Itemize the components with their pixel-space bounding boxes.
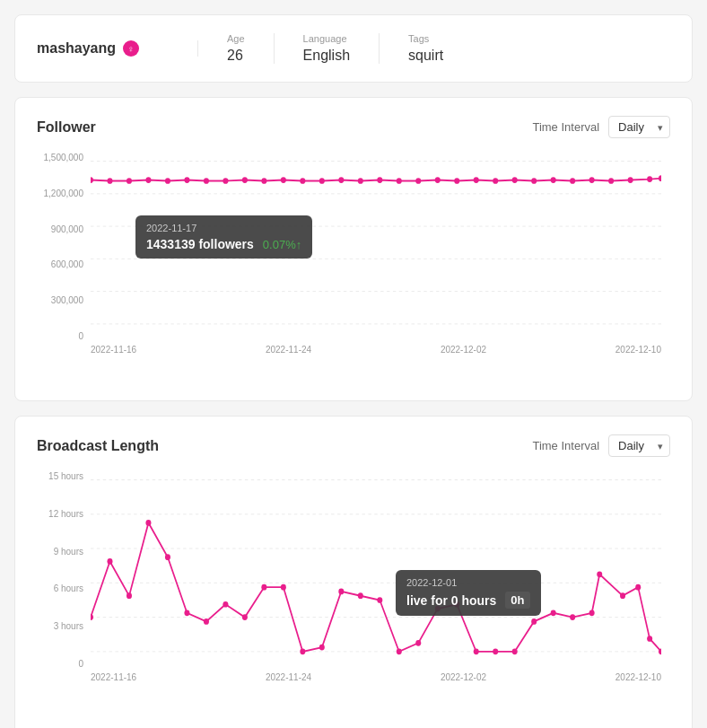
svg-point-35 bbox=[647, 176, 652, 182]
svg-point-14 bbox=[242, 177, 248, 183]
svg-point-34 bbox=[628, 177, 633, 183]
svg-point-27 bbox=[493, 178, 498, 184]
follower-dropdown-wrapper[interactable]: Daily bbox=[608, 116, 670, 138]
svg-point-52 bbox=[261, 584, 266, 591]
follower-chart-card: Follower Time Interval Daily .grid-line … bbox=[14, 97, 693, 401]
broadcast-chart-container: .bc-line { fill: none; stroke: #e91e8c; … bbox=[37, 471, 670, 723]
svg-point-7 bbox=[107, 178, 112, 184]
svg-point-22 bbox=[397, 178, 402, 184]
svg-point-30 bbox=[551, 177, 556, 183]
svg-point-6 bbox=[91, 177, 93, 183]
svg-point-55 bbox=[319, 645, 325, 651]
y-label-0: 0 bbox=[78, 331, 83, 341]
svg-point-19 bbox=[338, 177, 344, 183]
svg-point-58 bbox=[377, 597, 382, 603]
svg-point-32 bbox=[589, 177, 595, 183]
svg-point-43 bbox=[91, 614, 93, 620]
follower-time-interval-label: Time Interval bbox=[532, 120, 599, 134]
age-label: Age bbox=[227, 33, 245, 44]
age-value: 26 bbox=[227, 48, 245, 64]
svg-point-73 bbox=[647, 636, 652, 642]
svg-point-67 bbox=[551, 610, 556, 616]
svg-point-21 bbox=[377, 177, 382, 183]
svg-point-68 bbox=[570, 614, 575, 620]
follower-time-interval-dropdown[interactable]: Daily bbox=[608, 116, 670, 138]
svg-point-10 bbox=[165, 178, 170, 184]
svg-point-16 bbox=[281, 177, 286, 183]
follower-section-header: Follower Time Interval Daily bbox=[37, 116, 670, 138]
svg-point-69 bbox=[589, 610, 595, 616]
svg-point-24 bbox=[435, 177, 441, 183]
language-value: English bbox=[303, 48, 350, 64]
broadcast-time-interval-dropdown[interactable]: Daily bbox=[608, 434, 670, 457]
svg-point-8 bbox=[127, 178, 132, 184]
y-label-300: 300,000 bbox=[51, 295, 83, 305]
svg-point-45 bbox=[127, 592, 132, 599]
x-label-1124: 2022-11-24 bbox=[266, 345, 311, 355]
svg-point-50 bbox=[223, 601, 228, 608]
follower-chart-title: Follower bbox=[37, 119, 96, 136]
svg-point-20 bbox=[358, 178, 363, 184]
svg-point-51 bbox=[242, 614, 248, 620]
verified-icon: ♀ bbox=[123, 40, 139, 57]
svg-point-66 bbox=[531, 618, 537, 625]
profile-username: mashayang bbox=[37, 40, 116, 57]
y-label-600: 600,000 bbox=[51, 259, 83, 269]
svg-point-72 bbox=[635, 584, 641, 591]
y-label-1200: 1,200,000 bbox=[44, 189, 84, 198]
svg-point-28 bbox=[512, 177, 518, 183]
svg-point-56 bbox=[338, 589, 344, 595]
svg-point-11 bbox=[184, 177, 189, 183]
follower-time-interval-control: Time Interval Daily bbox=[532, 116, 670, 138]
svg-point-71 bbox=[620, 592, 625, 599]
svg-point-64 bbox=[493, 649, 498, 655]
svg-point-15 bbox=[261, 178, 266, 184]
svg-point-31 bbox=[570, 178, 575, 184]
broadcast-section-header: Broadcast Length Time Interval Daily bbox=[37, 434, 670, 457]
svg-point-49 bbox=[204, 618, 209, 625]
broadcast-dropdown-wrapper[interactable]: Daily bbox=[608, 434, 670, 457]
svg-point-23 bbox=[415, 178, 421, 184]
bc-y-label-6h: 6 hours bbox=[54, 583, 83, 593]
svg-point-48 bbox=[184, 610, 189, 616]
y-label-1500: 1,500,000 bbox=[44, 153, 84, 162]
svg-point-26 bbox=[474, 177, 479, 183]
broadcast-time-interval-control: Time Interval Daily bbox=[532, 434, 670, 457]
bc-x-label-1116: 2022-11-16 bbox=[91, 672, 136, 682]
svg-point-9 bbox=[145, 177, 151, 183]
svg-point-47 bbox=[165, 554, 170, 560]
svg-point-25 bbox=[454, 178, 459, 184]
svg-point-57 bbox=[358, 592, 363, 599]
profile-language-stat: Language English bbox=[275, 33, 380, 64]
broadcast-chart-card: Broadcast Length Time Interval Daily .bc… bbox=[14, 416, 693, 728]
svg-point-33 bbox=[608, 178, 614, 184]
svg-point-17 bbox=[300, 178, 305, 184]
broadcast-chart-title: Broadcast Length bbox=[37, 438, 159, 454]
bc-y-label-0: 0 bbox=[78, 659, 83, 669]
svg-point-62 bbox=[454, 601, 459, 608]
svg-point-36 bbox=[659, 175, 661, 181]
svg-point-70 bbox=[597, 571, 602, 577]
svg-point-61 bbox=[435, 606, 441, 612]
bc-y-label-9h: 9 hours bbox=[54, 547, 83, 557]
bc-y-label-3h: 3 hours bbox=[54, 621, 83, 631]
tags-label: Tags bbox=[408, 33, 443, 44]
svg-point-44 bbox=[107, 558, 112, 565]
svg-point-60 bbox=[415, 640, 421, 646]
svg-point-12 bbox=[204, 178, 209, 184]
profile-age-stat: Age 26 bbox=[198, 33, 275, 64]
svg-point-18 bbox=[319, 178, 325, 184]
broadcast-time-interval-label: Time Interval bbox=[532, 439, 599, 452]
language-label: Language bbox=[303, 33, 350, 44]
bc-x-label-1124: 2022-11-24 bbox=[266, 672, 311, 682]
x-label-1210: 2022-12-10 bbox=[615, 345, 661, 355]
tags-value: squirt bbox=[408, 48, 443, 64]
y-label-900: 900,000 bbox=[51, 224, 83, 234]
svg-point-29 bbox=[531, 178, 537, 184]
svg-point-63 bbox=[474, 649, 479, 655]
profile-tags-stat: Tags squirt bbox=[380, 33, 472, 64]
svg-point-46 bbox=[145, 520, 151, 526]
profile-row: mashayang ♀ Age 26 Language English Tags… bbox=[37, 33, 670, 64]
profile-name-section: mashayang ♀ bbox=[37, 40, 198, 57]
bc-y-label-12h: 12 hours bbox=[48, 509, 83, 519]
